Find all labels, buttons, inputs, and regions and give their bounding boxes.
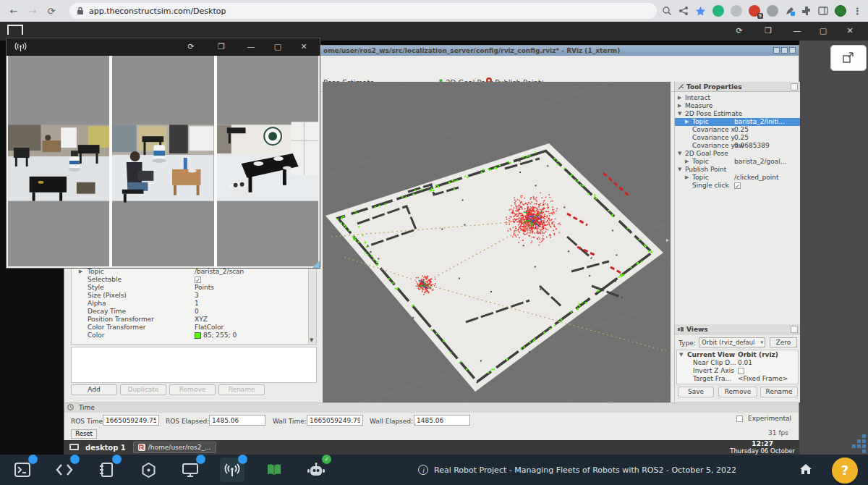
property-row[interactable]: Selectable ✓ — [72, 276, 316, 284]
viewer-maximize-icon[interactable]: ▢ — [813, 24, 833, 38]
expand-arrow-icon[interactable]: ▶ — [678, 94, 681, 102]
camera-close-icon[interactable]: ✕ — [296, 40, 312, 54]
tree-row[interactable]: ▶Interact — [675, 94, 800, 102]
property-row[interactable]: StylePoints — [72, 284, 316, 292]
code-editor-button[interactable] — [52, 457, 77, 482]
viewer-refresh-icon[interactable]: ⟳ — [729, 24, 749, 38]
remove-view-button[interactable]: Remove — [718, 387, 757, 397]
notebook-button[interactable] — [94, 457, 119, 482]
property-row[interactable]: Color TransformerFlatColor — [72, 324, 316, 332]
tree-row-selected[interactable]: ▶Topicbarista_2/initi... — [675, 118, 800, 126]
extensions-puzzle-icon[interactable] — [801, 6, 812, 16]
save-view-button[interactable]: Save — [678, 387, 714, 397]
checkbox-unchecked[interactable] — [736, 416, 743, 422]
panel-detach-icon[interactable] — [791, 83, 798, 90]
tree-row[interactable]: Covariance x0.25 — [675, 126, 800, 134]
views-row[interactable]: Invert Z Axis — [677, 367, 798, 375]
tree-row[interactable]: Covariance yaw0.0685389 — [675, 142, 800, 150]
camera-feed-2[interactable] — [112, 56, 213, 266]
expand-arrow-icon[interactable]: ▶ — [678, 102, 681, 110]
tree-row[interactable]: ▶Measure — [675, 102, 800, 110]
camera-maximize-icon[interactable]: ▢ — [270, 40, 286, 54]
sidepanel-icon[interactable] — [818, 6, 828, 16]
desktop-clock[interactable]: 12:27 Thursday 06 October — [730, 440, 795, 455]
property-row[interactable]: Size (Pixels)3 — [72, 292, 316, 300]
viewer-minimize-icon[interactable]: — — [787, 24, 807, 38]
reset-button[interactable]: Reset — [71, 429, 97, 439]
views-row[interactable]: ▼Current ViewOrbit (rviz) — [677, 351, 798, 359]
remove-display-button[interactable]: Remove — [169, 384, 216, 395]
fullscreen-toggle-button[interactable] — [830, 45, 867, 71]
checkbox-unchecked[interactable] — [738, 368, 744, 374]
tree-row[interactable]: Single click✓ — [675, 182, 800, 190]
robot-connection-button[interactable]: ✓ — [304, 457, 328, 482]
checkbox-checked[interactable]: ✓ — [195, 277, 201, 283]
home-icon[interactable] — [799, 463, 812, 475]
expand-arrow-icon[interactable]: ▼ — [678, 150, 681, 158]
expand-arrow-icon[interactable]: ▼ — [678, 166, 681, 174]
clip-extension-icon[interactable] — [731, 5, 742, 17]
share-icon[interactable] — [678, 6, 689, 16]
panel-splitter-icon[interactable]: ▸ — [666, 237, 669, 243]
viewer-windows-icon[interactable]: ❐ — [758, 24, 778, 38]
scrollbar[interactable]: ▼ — [308, 266, 316, 344]
tree-row[interactable]: ▼2D Goal Pose — [675, 150, 800, 158]
camera-window-titlebar[interactable]: ⟳ ❐ — ▢ ✕ — [7, 38, 320, 56]
expand-arrow-icon[interactable]: ▶ — [685, 118, 689, 126]
views-row[interactable]: Target Fra...<Fixed Frame> — [677, 375, 798, 383]
rviz-3d-viewport[interactable] — [323, 82, 671, 402]
graphical-tools-button[interactable] — [178, 457, 203, 482]
rviz-close-icon[interactable] — [789, 47, 796, 54]
forward-icon[interactable]: → — [23, 6, 42, 17]
zero-button[interactable]: Zero — [770, 337, 797, 347]
camera-minimize-icon[interactable]: — — [243, 40, 259, 54]
duplicate-display-button[interactable]: Duplicate — [120, 384, 166, 395]
property-row[interactable]: Decay Time0 — [72, 308, 316, 316]
course-notes-button[interactable] — [262, 457, 286, 482]
window-resize-corner[interactable] — [312, 261, 320, 268]
terminal-tool-button[interactable] — [10, 457, 35, 482]
tree-row[interactable]: ▼Publish Point — [675, 166, 800, 174]
property-row[interactable]: Position TransformerXYZ — [72, 316, 316, 324]
gray-extension-icon[interactable] — [767, 5, 778, 17]
rviz-minimize-icon[interactable] — [773, 47, 780, 54]
browser-menu-icon[interactable]: ⋮ — [853, 6, 862, 17]
resize-grip-icon[interactable] — [851, 434, 868, 453]
views-header[interactable]: Views — [675, 324, 800, 334]
tree-row[interactable]: ▼2D Pose Estimate — [675, 110, 800, 118]
color-swatch[interactable] — [195, 332, 201, 339]
expand-arrow-icon[interactable]: ▼ — [678, 110, 681, 118]
expand-arrow-icon[interactable]: ▶ — [685, 158, 689, 166]
rename-display-button[interactable]: Rename — [218, 384, 265, 395]
simulation-button[interactable] — [136, 457, 161, 482]
help-button[interactable]: ? — [832, 457, 858, 484]
adblock-extension-icon[interactable]: 9 — [749, 5, 760, 17]
add-display-button[interactable]: Add — [71, 384, 117, 395]
tool-properties-header[interactable]: Tool Properties — [675, 82, 800, 92]
view-type-dropdown[interactable]: Orbit (rviz_defaul ▾ — [699, 337, 765, 347]
back-icon[interactable]: ← — [4, 6, 23, 17]
tree-row[interactable]: ▶Topic/clicked_point — [675, 174, 800, 182]
address-bar[interactable]: app.theconstructsim.com/Desktop — [69, 3, 657, 19]
camera-feed-1[interactable] — [8, 56, 109, 266]
camera-refresh-icon[interactable]: ⟳ — [183, 40, 199, 54]
rename-view-button[interactable]: Rename — [760, 387, 798, 397]
camera-feed-3[interactable] — [217, 56, 318, 266]
bookmark-star-icon[interactable] — [695, 6, 706, 17]
camera-windows-icon[interactable]: ❐ — [213, 40, 229, 54]
reload-icon[interactable]: ⟳ — [42, 6, 61, 17]
ros-time-input[interactable] — [103, 415, 159, 426]
scroll-down-icon[interactable]: ▼ — [310, 337, 313, 343]
profile-avatar[interactable] — [835, 5, 846, 17]
panel-detach-icon[interactable] — [791, 326, 798, 333]
colorpicker-extension-icon[interactable] — [785, 6, 795, 16]
viewer-close-icon[interactable]: ✕ — [840, 24, 860, 38]
time-panel-header[interactable]: Time — [64, 403, 799, 413]
wall-time-input[interactable] — [307, 415, 363, 426]
expand-arrow-icon[interactable]: ▶ — [685, 174, 689, 182]
teleop-broadcast-button[interactable] — [220, 457, 244, 482]
zoom-icon[interactable] — [662, 6, 672, 16]
expand-arrow-icon[interactable]: ▼ — [679, 351, 683, 359]
ros-elapsed-input[interactable] — [209, 415, 265, 426]
grammarly-extension-icon[interactable] — [712, 5, 724, 17]
